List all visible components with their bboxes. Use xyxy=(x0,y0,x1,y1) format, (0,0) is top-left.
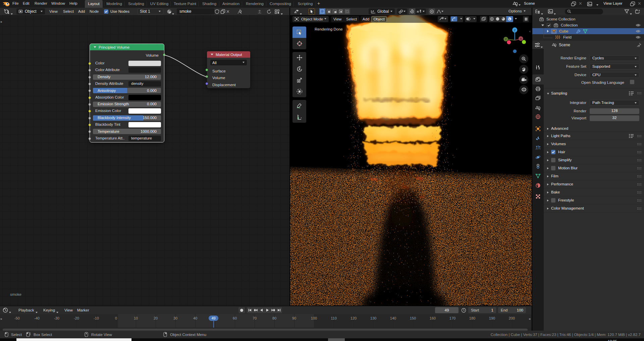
svg-text:Y: Y xyxy=(505,38,507,41)
svg-text:X: X xyxy=(520,37,522,41)
svg-text:Z: Z xyxy=(514,28,516,32)
